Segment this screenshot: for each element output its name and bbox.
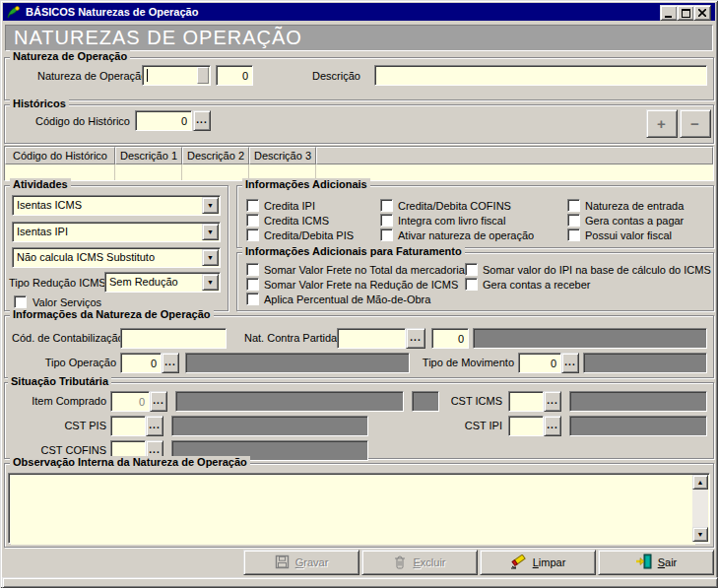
chevron-down-icon[interactable]: ▼ bbox=[202, 274, 219, 291]
checkbox-gera-contas-pagar[interactable] bbox=[567, 214, 580, 227]
item-comprado-input[interactable] bbox=[110, 391, 150, 412]
minimize-button[interactable] bbox=[660, 5, 678, 21]
natureza-operacao-inner-button[interactable] bbox=[197, 67, 209, 84]
grid-cell[interactable] bbox=[115, 164, 182, 180]
text-caret bbox=[147, 69, 148, 82]
clear-icon bbox=[510, 555, 527, 571]
scrollbar[interactable]: ▲ ▼ bbox=[692, 475, 708, 542]
cst-icms-browse-button[interactable]: ... bbox=[544, 391, 561, 412]
checkbox-integra-livro-fiscal[interactable] bbox=[380, 214, 393, 227]
select-value: Isentas IPI bbox=[17, 226, 68, 237]
tipo-operacao-browse-button[interactable]: ... bbox=[162, 353, 179, 373]
checkbox-label: Gera contas a pagar bbox=[585, 215, 684, 227]
checkbox-possui-valor-fiscal[interactable] bbox=[567, 229, 580, 241]
checkbox-somar-frete-total[interactable] bbox=[246, 263, 259, 276]
group-caption: Situação Tributária bbox=[8, 375, 111, 388]
checkbox-credita-debita-cofins[interactable] bbox=[380, 199, 393, 212]
cst-pis-input[interactable] bbox=[110, 416, 146, 436]
checkbox-label: Credita/Debita PIS bbox=[264, 229, 354, 241]
descricao-label: Descrição bbox=[312, 70, 360, 82]
cst-ipi-descricao bbox=[569, 416, 707, 436]
remove-row-button[interactable]: − bbox=[680, 109, 711, 138]
checkbox-natureza-entrada[interactable] bbox=[567, 199, 580, 212]
checkbox-ativar-natureza[interactable] bbox=[380, 229, 393, 241]
cst-pis-browse-button[interactable]: ... bbox=[146, 416, 163, 436]
tipo-movimento-input[interactable] bbox=[518, 353, 561, 373]
tipo-reducao-label: Tipo Redução ICMS bbox=[9, 277, 106, 289]
scroll-up-button[interactable]: ▲ bbox=[692, 475, 708, 490]
checkbox-credita-debita-pis[interactable] bbox=[246, 229, 259, 241]
tipo-operacao-label: Tipo Operação bbox=[28, 357, 116, 368]
select-value: Isentas ICMS bbox=[17, 199, 82, 211]
cst-pis-label: CST PIS bbox=[10, 420, 106, 431]
limpar-button[interactable]: Limpar bbox=[480, 550, 596, 575]
cst-ipi-browse-button[interactable]: ... bbox=[544, 416, 561, 436]
gravar-button[interactable]: Gravar bbox=[243, 550, 359, 575]
nat-contra-partida-browse-button[interactable]: ... bbox=[406, 328, 425, 349]
checkbox-credita-icms[interactable] bbox=[246, 214, 259, 227]
tipo-movimento-browse-button[interactable]: ... bbox=[561, 353, 579, 373]
title-bar[interactable]: BÁSICOS Naturezas de Operação bbox=[3, 3, 715, 21]
excluir-button[interactable]: Excluir bbox=[361, 550, 478, 575]
select-icms-substituto[interactable]: Não calcula ICMS Substituto ▼ bbox=[12, 247, 221, 268]
checkbox-somar-ipi-base-icms[interactable] bbox=[465, 263, 478, 276]
bottom-strip bbox=[2, 577, 718, 588]
checkbox-valor-servicos[interactable] bbox=[14, 295, 27, 308]
app-icon bbox=[6, 5, 22, 19]
select-value: Sem Redução bbox=[109, 276, 178, 288]
checkbox-aplica-mao-de-obra[interactable] bbox=[246, 293, 259, 305]
delete-icon bbox=[393, 555, 407, 571]
grid-cell[interactable] bbox=[316, 164, 713, 180]
chevron-down-icon[interactable]: ▼ bbox=[202, 197, 219, 214]
grid-header-descricao-3[interactable]: Descrição 3 bbox=[249, 147, 316, 164]
close-button[interactable] bbox=[693, 5, 711, 21]
add-row-button[interactable]: + bbox=[646, 109, 678, 138]
checkbox-label: Gera contas a receber bbox=[483, 279, 590, 291]
cst-icms-descricao bbox=[569, 391, 707, 412]
nat-contra-partida-codigo[interactable] bbox=[431, 328, 469, 349]
checkbox-gera-contas-receber[interactable] bbox=[465, 278, 478, 291]
cst-cofins-label: CST COFINS bbox=[10, 444, 106, 456]
group-caption: Observação Interna da Natureza de Operaç… bbox=[10, 456, 250, 469]
checkbox-label: Possui valor fiscal bbox=[585, 229, 672, 241]
grid-header-row: Código do Histórico Descrição 1 Descriçã… bbox=[5, 147, 713, 164]
sair-button[interactable]: Sair bbox=[598, 550, 714, 575]
cst-icms-input[interactable] bbox=[508, 391, 544, 412]
checkbox-credita-ipi[interactable] bbox=[246, 199, 259, 212]
checkbox-label: Aplica Percentual de Mão-de-Obra bbox=[264, 294, 430, 305]
maximize-icon bbox=[682, 9, 690, 18]
exit-icon bbox=[635, 554, 652, 571]
group-caption: Históricos bbox=[10, 98, 69, 110]
checkbox-somar-frete-reducao[interactable] bbox=[246, 278, 259, 291]
scroll-down-button[interactable]: ▼ bbox=[692, 527, 708, 542]
select-isentas-icms[interactable]: Isentas ICMS ▼ bbox=[12, 195, 221, 216]
maximize-button[interactable] bbox=[677, 5, 694, 21]
chevron-down-icon[interactable]: ▼ bbox=[202, 249, 219, 266]
natureza-operacao-input[interactable] bbox=[142, 65, 211, 86]
observacao-textarea[interactable] bbox=[11, 476, 695, 545]
checkbox-label: Somar Valor Frete no Total da mercadoria bbox=[264, 264, 465, 276]
historicos-grid: Código do Histórico Descrição 1 Descriçã… bbox=[4, 146, 714, 181]
checkbox-label: Valor Serviços bbox=[33, 296, 101, 308]
item-comprado-browse-button[interactable]: ... bbox=[150, 391, 167, 412]
select-tipo-reducao[interactable]: Sem Redução ▼ bbox=[104, 272, 221, 293]
descricao-input[interactable] bbox=[374, 65, 707, 86]
grid-header-descricao-1[interactable]: Descrição 1 bbox=[115, 147, 182, 164]
cst-ipi-input[interactable] bbox=[508, 416, 544, 436]
grid-header-descricao-2[interactable]: Descrição 2 bbox=[182, 147, 249, 164]
grid-header-codigo-historico[interactable]: Código do Histórico bbox=[5, 147, 115, 164]
cod-contabilizacao-input[interactable] bbox=[120, 328, 227, 349]
codigo-historico-input[interactable] bbox=[135, 110, 192, 131]
natureza-codigo-field[interactable] bbox=[216, 65, 253, 86]
nat-contra-partida-input[interactable] bbox=[337, 328, 406, 349]
chevron-down-icon[interactable]: ▼ bbox=[202, 224, 219, 240]
grid-header-blank[interactable] bbox=[316, 147, 713, 164]
select-isentas-ipi[interactable]: Isentas IPI ▼ bbox=[12, 222, 221, 242]
tipo-operacao-input[interactable] bbox=[120, 353, 162, 373]
tipo-operacao-descricao bbox=[185, 353, 410, 373]
grid-cell[interactable] bbox=[182, 164, 249, 180]
natureza-operacao-label: Natureza de Operação bbox=[37, 70, 147, 82]
save-icon bbox=[275, 555, 290, 571]
codigo-historico-browse-button[interactable]: ... bbox=[193, 110, 211, 131]
group-caption: Natureza de Operação bbox=[10, 50, 130, 63]
